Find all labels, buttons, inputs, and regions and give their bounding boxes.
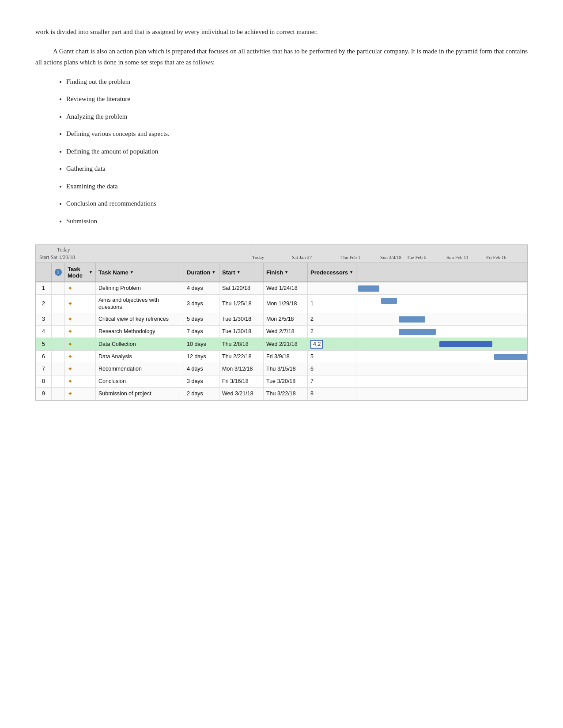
- header-name[interactable]: Task Name ▼: [96, 263, 184, 281]
- bullet-item-3: Analyzing the problem: [66, 111, 528, 123]
- row-duration: 4 days: [184, 363, 219, 375]
- row-task-name: Data Analysis: [96, 351, 184, 363]
- row-task-name: Conclusion: [96, 375, 184, 387]
- header-duration[interactable]: Duration ▼: [184, 263, 219, 281]
- gantt-bar: [381, 298, 397, 304]
- row-start: Thu 2/8/18: [219, 338, 264, 350]
- task-mode-icon: ✦: [68, 300, 73, 308]
- task-mode-icon: ✦: [68, 340, 73, 348]
- row-chart: [356, 326, 527, 338]
- start-dropdown-arrow: ▼: [237, 270, 241, 274]
- row-pred: 5: [308, 351, 356, 363]
- row-num: 8: [36, 375, 52, 387]
- row-task-name: Defining Problem: [96, 282, 184, 294]
- row-num: 3: [36, 313, 52, 325]
- date-label-feb1: Thu Feb 1: [340, 255, 360, 260]
- info-icon: i: [55, 269, 62, 276]
- task-mode-icon: ✦: [68, 315, 73, 323]
- gantt-date-labels: Today Sat Jan 27 Thu Feb 1 Sun 2/4/18 Tu…: [252, 245, 527, 261]
- header-predecessors[interactable]: Predecessors ▼: [308, 263, 356, 281]
- row-pred: 6: [308, 363, 356, 375]
- row-pred: 1: [308, 295, 356, 313]
- bullet-item-4: Defining various concepts and aspects.: [66, 128, 528, 140]
- row-chart: [356, 295, 527, 313]
- row-pred: 2: [308, 326, 356, 338]
- bullet-item-9: Submission: [66, 216, 528, 227]
- row-start: Sat 1/20/18: [219, 282, 264, 294]
- row-task-name: Critical view of key refrences: [96, 313, 184, 325]
- task-mode-icon: ✦: [68, 284, 73, 292]
- task-mode-icon: ✦: [68, 377, 73, 385]
- bullet-item-7: Examining the data: [66, 181, 528, 192]
- row-start: Thu 2/22/18: [219, 351, 264, 363]
- date-label-jan27: Sat Jan 27: [292, 255, 312, 260]
- table-row: 6 ✦ Data Analysis 12 days Thu 2/22/18 Fr…: [36, 351, 527, 363]
- row-chart: [356, 313, 527, 325]
- mode-dropdown-arrow: ▼: [89, 270, 93, 274]
- gantt-start-date: Start Sat 1/20/18: [39, 254, 248, 261]
- row-duration: 3 days: [184, 375, 219, 387]
- row-duration: 12 days: [184, 351, 219, 363]
- bullet-item-2: Reviewing the literature: [66, 94, 528, 105]
- pred-highlight-box: 4,2: [310, 340, 323, 349]
- row-num: 1: [36, 282, 52, 294]
- header-finish[interactable]: Finish ▼: [264, 263, 308, 281]
- row-mode: ✦: [65, 375, 96, 387]
- row-task-name: Aims and objectives with questions: [96, 295, 184, 313]
- bullet-item-8: Conclusion and recommendations: [66, 198, 528, 210]
- duration-dropdown-arrow: ▼: [212, 270, 215, 274]
- row-pred: 8: [308, 388, 356, 400]
- row-info: [52, 282, 65, 294]
- row-info: [52, 388, 65, 400]
- date-label-feb4: Sun 2/4/18: [380, 255, 401, 260]
- row-duration: 2 days: [184, 388, 219, 400]
- row-start: Thu 1/25/18: [219, 295, 264, 313]
- table-row: 7 ✦ Recommendation 4 days Mon 3/12/18 Th…: [36, 363, 527, 375]
- row-info: [52, 326, 65, 338]
- row-info: [52, 375, 65, 387]
- row-mode: ✦: [65, 282, 96, 294]
- header-mode[interactable]: Task Mode ▼: [65, 263, 96, 281]
- header-start[interactable]: Start ▼: [219, 263, 264, 281]
- row-info: [52, 351, 65, 363]
- row-duration: 3 days: [184, 295, 219, 313]
- row-num: 2: [36, 295, 52, 313]
- row-mode: ✦: [65, 295, 96, 313]
- table-row: 1 ✦ Defining Problem 4 days Sat 1/20/18 …: [36, 282, 527, 295]
- row-task-name: Recommendation: [96, 363, 184, 375]
- row-info: [52, 295, 65, 313]
- task-mode-icon: ✦: [68, 365, 73, 373]
- task-mode-icon: ✦: [68, 390, 73, 398]
- row-task-name: Data Collection: [96, 338, 184, 350]
- row-finish: Fri 3/9/18: [264, 351, 308, 363]
- row-mode: ✦: [65, 326, 96, 338]
- row-chart: [356, 351, 527, 363]
- row-task-name: Submission of project: [96, 388, 184, 400]
- row-pred: 7: [308, 375, 356, 387]
- table-row: 3 ✦ Critical view of key refrences 5 day…: [36, 313, 527, 326]
- paragraph-2: A Gantt chart is also an action plan whi…: [35, 46, 528, 68]
- row-finish: Thu 3/15/18: [264, 363, 308, 375]
- row-finish: Thu 3/22/18: [264, 388, 308, 400]
- gantt-bar: [439, 341, 492, 347]
- row-info: [52, 313, 65, 325]
- header-info: i: [52, 263, 65, 281]
- gantt-bar: [494, 354, 528, 360]
- row-num: 9: [36, 388, 52, 400]
- row-pred: 4,2: [308, 338, 356, 350]
- gantt-table: Today Start Sat 1/20/18 Today Sat Jan 27…: [35, 244, 528, 401]
- row-mode: ✦: [65, 363, 96, 375]
- row-start: Mon 3/12/18: [219, 363, 264, 375]
- gantt-header: i Task Mode ▼ Task Name ▼ Duration ▼ Sta…: [36, 263, 527, 282]
- date-label-today: Today: [252, 255, 264, 260]
- row-info: [52, 338, 65, 350]
- gantt-top-bar: Today Start Sat 1/20/18 Today Sat Jan 27…: [36, 245, 527, 263]
- row-start: Tue 1/30/18: [219, 326, 264, 338]
- date-label-feb16: Fri Feb 16: [486, 255, 506, 260]
- row-task-name: Research Methodology: [96, 326, 184, 338]
- table-row: 9 ✦ Submission of project 2 days Wed 3/2…: [36, 388, 527, 400]
- pred-dropdown-arrow: ▼: [349, 270, 353, 274]
- row-finish: Wed 2/21/18: [264, 338, 308, 350]
- gantt-bar: [399, 316, 425, 323]
- table-row-highlighted: 5 ✦ Data Collection 10 days Thu 2/8/18 W…: [36, 338, 527, 351]
